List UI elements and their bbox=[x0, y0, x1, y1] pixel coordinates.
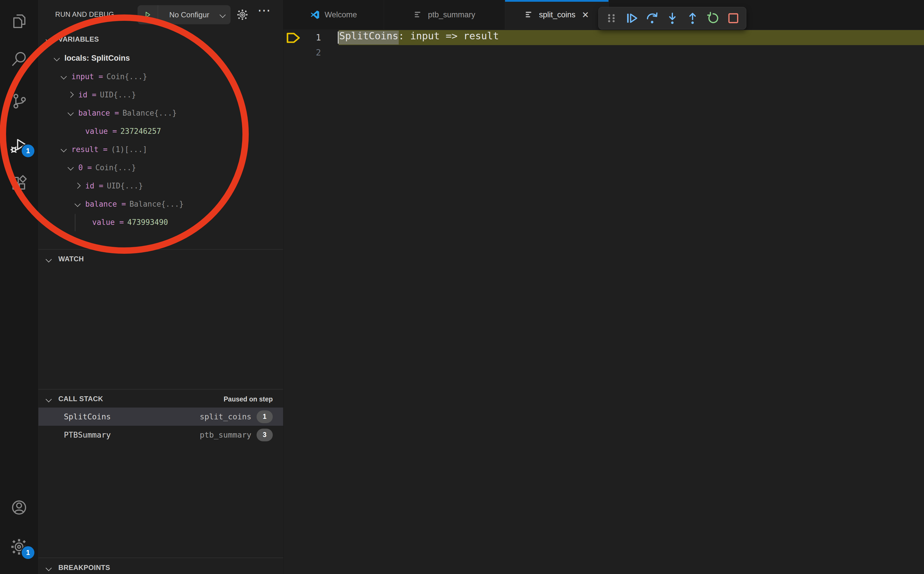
account-icon bbox=[10, 498, 28, 518]
toolbar-drag-gripper[interactable] bbox=[601, 9, 621, 28]
chevron-right-icon[interactable] bbox=[74, 183, 80, 189]
divider bbox=[38, 558, 283, 558]
variable-type: UID{...} bbox=[107, 181, 143, 190]
search-icon bbox=[10, 50, 28, 69]
sidebar-title: RUN AND DEBUG bbox=[55, 10, 114, 19]
variables-tree: locals: SplitCoinsinput =Coin{...}id =UI… bbox=[38, 49, 283, 241]
paused-status-badge: Paused on step bbox=[224, 395, 273, 403]
more-actions-button[interactable]: ⋯ bbox=[257, 2, 271, 18]
debug-settings-gear-button[interactable] bbox=[236, 9, 249, 21]
extensions-icon bbox=[10, 174, 28, 194]
breakpoints-section-header[interactable]: BREAKPOINTS bbox=[38, 560, 283, 574]
continue-button[interactable] bbox=[622, 9, 641, 28]
activity-bar-item-extensions[interactable] bbox=[0, 168, 38, 200]
activity-bar-item-settings[interactable]: 1 bbox=[0, 531, 38, 563]
variable-name: 0 = bbox=[78, 163, 92, 172]
divider bbox=[38, 249, 283, 250]
tab-label: Welcome bbox=[324, 10, 357, 19]
badge: 1 bbox=[21, 546, 35, 560]
start-debugging-icon[interactable] bbox=[137, 5, 158, 24]
chevron-down-icon bbox=[46, 37, 52, 43]
frame-source: ptb_summary bbox=[200, 430, 251, 439]
tree-row-balance[interactable]: balance =Balance{...} bbox=[38, 104, 323, 122]
tab-Welcome[interactable]: Welcome bbox=[283, 0, 384, 30]
tree-row-0[interactable]: 0 =Coin{...} bbox=[38, 158, 323, 177]
activity-bar-item-accounts[interactable] bbox=[0, 492, 38, 524]
variable-value: 473993490 bbox=[128, 218, 168, 227]
variable-name: balance = bbox=[78, 109, 119, 117]
chevron-down-icon[interactable] bbox=[61, 73, 67, 79]
chevron-down-icon[interactable] bbox=[74, 201, 80, 207]
variable-name: value = bbox=[85, 127, 117, 136]
chevron-down-icon bbox=[46, 396, 52, 402]
breakpoints-label: BREAKPOINTS bbox=[58, 564, 110, 572]
variable-type: Coin{...} bbox=[95, 163, 136, 172]
tab-label: split_coins bbox=[539, 10, 575, 19]
chevron-down-icon[interactable] bbox=[54, 55, 60, 61]
variables-section-header[interactable]: VARIABLES bbox=[38, 31, 283, 48]
vscode-logo-icon bbox=[310, 10, 320, 20]
tree-row-scope[interactable]: locals: SplitCoins bbox=[38, 49, 309, 67]
call-stack-section-header[interactable]: CALL STACK Paused on step bbox=[38, 391, 283, 407]
variable-name: id = bbox=[78, 90, 96, 99]
stop-button[interactable] bbox=[724, 9, 743, 28]
activity-bar-item-source-control[interactable] bbox=[0, 86, 38, 118]
indent-guide bbox=[75, 214, 76, 231]
vscode-window: 11 RUN AND DEBUG No Configur ⋯ VARIABLES… bbox=[0, 0, 924, 574]
call-stack-frame-PTBSummary[interactable]: PTBSummaryptb_summary3 bbox=[38, 426, 283, 444]
text-cursor bbox=[338, 32, 338, 44]
activity-bar-item-explorer[interactable] bbox=[0, 6, 38, 38]
variable-value: 237246257 bbox=[121, 127, 161, 136]
frame-name: SplitCoins bbox=[64, 412, 111, 421]
variable-name: balance = bbox=[85, 200, 126, 208]
step-into-button[interactable] bbox=[663, 9, 682, 28]
frame-source: split_coins bbox=[200, 412, 251, 421]
tree-row-result[interactable]: result =(1)[...] bbox=[38, 140, 316, 158]
variable-name: id = bbox=[85, 181, 104, 190]
close-tab-icon[interactable]: ✕ bbox=[582, 10, 589, 20]
code-line-empty[interactable] bbox=[283, 45, 924, 60]
scope-label: locals: SplitCoins bbox=[65, 54, 130, 63]
frame-line-badge: 3 bbox=[257, 429, 273, 442]
activity-bar-item-run-and-debug[interactable]: 1 bbox=[0, 130, 38, 162]
chevron-down-icon bbox=[220, 11, 226, 17]
start-debug-config-button[interactable]: No Configur bbox=[137, 5, 231, 24]
divider bbox=[38, 389, 283, 390]
activity-bar: 11 bbox=[0, 0, 38, 574]
chevron-right-icon[interactable] bbox=[68, 91, 74, 98]
variable-type: Balance{...} bbox=[123, 109, 177, 117]
editor-group: Welcomeptb_summarysplit_coins✕ 1 2 Split… bbox=[283, 0, 924, 574]
sidebar-header: RUN AND DEBUG No Configur ⋯ bbox=[38, 0, 283, 30]
files-icon bbox=[10, 12, 28, 32]
variable-name: result = bbox=[71, 145, 107, 154]
tree-row-id[interactable]: id =UID{...} bbox=[38, 85, 323, 104]
variable-name: input = bbox=[71, 72, 103, 81]
variables-label: VARIABLES bbox=[58, 35, 99, 43]
call-stack-frame-SplitCoins[interactable]: SplitCoinssplit_coins1 bbox=[38, 407, 283, 426]
debug-config-label: No Configur bbox=[158, 10, 220, 19]
step-over-button[interactable] bbox=[642, 9, 662, 28]
variable-type: Coin{...} bbox=[107, 72, 147, 81]
list-file-icon bbox=[414, 10, 423, 20]
call-stack-label: CALL STACK bbox=[58, 395, 103, 403]
step-out-button[interactable] bbox=[683, 9, 702, 28]
debug-toolbar bbox=[598, 7, 746, 30]
restart-button[interactable] bbox=[703, 9, 723, 28]
tab-label: ptb_summary bbox=[428, 10, 475, 19]
tab-split_coins[interactable]: split_coins✕ bbox=[505, 0, 609, 30]
chevron-down-icon bbox=[46, 565, 52, 571]
chevron-down-icon bbox=[46, 256, 52, 262]
variable-type: Balance{...} bbox=[129, 200, 184, 208]
chevron-down-icon[interactable] bbox=[68, 110, 74, 116]
watch-section-header[interactable]: WATCH bbox=[38, 251, 283, 268]
variable-type: UID{...} bbox=[100, 90, 136, 99]
code-line-current[interactable]: SplitCoins: input => result bbox=[283, 30, 924, 45]
activity-bar-item-search[interactable] bbox=[0, 44, 38, 76]
tree-row-input[interactable]: input =Coin{...} bbox=[38, 67, 316, 85]
chevron-down-icon[interactable] bbox=[61, 146, 67, 152]
tab-ptb_summary[interactable]: ptb_summary bbox=[384, 0, 505, 30]
watch-label: WATCH bbox=[58, 255, 84, 263]
chevron-down-icon[interactable] bbox=[68, 164, 74, 170]
list-file-icon bbox=[524, 10, 534, 20]
frame-line-badge: 1 bbox=[257, 410, 273, 423]
